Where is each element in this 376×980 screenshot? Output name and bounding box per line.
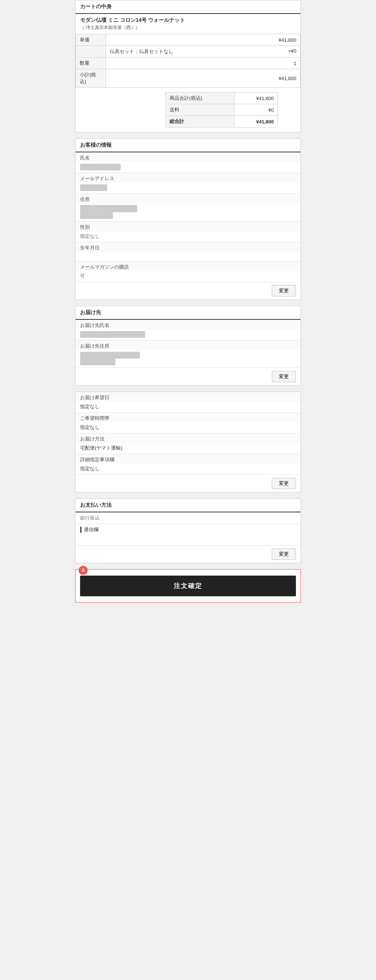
shipping-value: ¥0 <box>234 104 278 116</box>
delivery-address-field: お届け先住所 <box>76 340 300 368</box>
newsletter-field: メールマガジンの購読 可 <box>76 261 300 282</box>
communication-block: 通信欄 <box>76 524 300 546</box>
birthday-label: 生年月日 <box>76 242 300 252</box>
email-value <box>76 183 300 193</box>
name-value <box>76 162 300 173</box>
delivery-name-value <box>76 329 300 340</box>
address-field: 住所 <box>76 194 300 221</box>
email-blurred <box>80 185 107 191</box>
product-subtitle: （·浄土真宗本願寺派（西）） <box>76 24 300 34</box>
order-confirm-button[interactable]: 注文確定 <box>80 576 296 596</box>
subtotal-value: ¥41,800 <box>106 69 300 88</box>
communication-label-text: 通信欄 <box>84 526 98 533</box>
delivery-address-change-button[interactable]: 変更 <box>272 371 296 382</box>
preferred-date-row: お届け希望日 指定なし <box>76 392 300 413</box>
delivery-addr-line2-blurred <box>80 358 116 365</box>
unit-price-label: 単価 <box>76 34 106 46</box>
grand-total-label: 総合計 <box>166 116 235 127</box>
address-label: 住所 <box>76 194 300 204</box>
preferred-date-value: 指定なし <box>76 402 300 412</box>
gender-label: 性別 <box>76 221 300 231</box>
shipping-label: 送料 <box>166 104 235 116</box>
birthday-value <box>76 252 300 261</box>
preferred-time-value: 指定なし <box>76 422 300 433</box>
product-total-value: ¥41,800 <box>234 92 278 104</box>
address-line2-blurred <box>80 212 113 219</box>
customer-section-title: お客様の情報 <box>76 139 300 152</box>
newsletter-label: メールマガジンの購読 <box>76 261 300 271</box>
bar-accent-icon <box>80 527 82 533</box>
address-line1-blurred <box>80 205 137 212</box>
delivery-address-label: お届け先住所 <box>76 340 300 350</box>
butsudan-set-content: 仏具セット：仏具セットなし +¥0 <box>106 46 300 57</box>
delivery-name-blurred <box>80 331 145 338</box>
birthday-field: 生年月日 <box>76 242 300 261</box>
notes-label: 詳細指定事項欄 <box>76 454 300 464</box>
delivery-name-field: お届け先氏名 <box>76 320 300 340</box>
badge-a: A <box>79 566 87 575</box>
delivery-address-change-row: 変更 <box>76 368 300 385</box>
payment-method-value: 銀行振込 <box>76 512 300 524</box>
quantity-value: 1 <box>106 57 300 69</box>
payment-section: お支払い方法 銀行振込 通信欄 変更 <box>75 498 301 563</box>
email-label: メールアドレス <box>76 173 300 183</box>
address-value <box>76 204 300 221</box>
delivery-options-change-button[interactable]: 変更 <box>272 478 296 489</box>
delivery-name-label: お届け先氏名 <box>76 320 300 329</box>
gender-value: 指定なし <box>76 231 300 242</box>
notes-row: 詳細指定事項欄 指定なし <box>76 454 300 475</box>
name-label: 氏名 <box>76 152 300 162</box>
subtotal-label: 小計(税込) <box>76 69 106 88</box>
payment-change-button[interactable]: 変更 <box>272 549 296 560</box>
butsudan-set-text: 仏具セット：仏具セットなし <box>110 48 173 55</box>
cart-title: カートの中身 <box>76 0 300 14</box>
notes-value: 指定なし <box>76 464 300 474</box>
delivery-options-change-row: 変更 <box>76 475 300 492</box>
product-name: モダン仏壇 ミニ コロン14号 ウォールナット <box>76 14 300 24</box>
delivery-method-row: お届け方法 宅配便(ヤマト運輸) <box>76 433 300 454</box>
delivery-address-value <box>76 350 300 368</box>
cart-section: カートの中身 モダン仏壇 ミニ コロン14号 ウォールナット （·浄土真宗本願寺… <box>75 0 301 132</box>
cart-table: 単価 ¥41,800 仏具セット：仏具セットなし +¥0 数量 1 小計(税込)… <box>76 34 300 88</box>
order-confirm-section: A 注文確定 <box>75 569 301 603</box>
payment-change-row: 変更 <box>76 546 300 563</box>
delivery-addr-line1-blurred <box>80 352 140 358</box>
delivery-address-title: お届け先 <box>76 306 300 320</box>
email-field: メールアドレス <box>76 173 300 194</box>
gender-field: 性別 指定なし <box>76 221 300 242</box>
customer-section: お客様の情報 氏名 メールアドレス 住所 <box>75 138 301 300</box>
grand-total-value: ¥41,800 <box>234 116 278 127</box>
customer-change-row: 変更 <box>76 282 300 299</box>
summary-table: 商品合計(税込) ¥41,800 送料 ¥0 総合計 ¥41,800 <box>165 92 278 127</box>
payment-section-title: お支払い方法 <box>76 499 300 512</box>
quantity-label: 数量 <box>76 57 106 69</box>
preferred-time-row: ご希望時間帯 指定なし <box>76 413 300 433</box>
customer-change-button[interactable]: 変更 <box>272 285 296 296</box>
name-blurred <box>80 164 121 170</box>
delivery-method-value: 宅配便(ヤマト運輸) <box>76 443 300 454</box>
unit-price-value: ¥41,800 <box>106 34 300 46</box>
product-total-label: 商品合計(税込) <box>166 92 235 104</box>
name-field: 氏名 <box>76 152 300 173</box>
communication-label: 通信欄 <box>76 524 300 534</box>
delivery-address-section: お届け先 お届け先氏名 お届け先住所 <box>75 306 301 386</box>
delivery-options-section: お届け希望日 指定なし ご希望時間帯 指定なし お届け方法 宅配便(ヤマト運輸)… <box>75 391 301 492</box>
delivery-method-label: お届け方法 <box>76 433 300 443</box>
butsudan-set-price: +¥0 <box>288 48 296 55</box>
preferred-date-label: お届け希望日 <box>76 392 300 402</box>
newsletter-value: 可 <box>76 271 300 282</box>
butsudan-set-label-cell <box>76 46 106 57</box>
preferred-time-label: ご希望時間帯 <box>76 413 300 422</box>
